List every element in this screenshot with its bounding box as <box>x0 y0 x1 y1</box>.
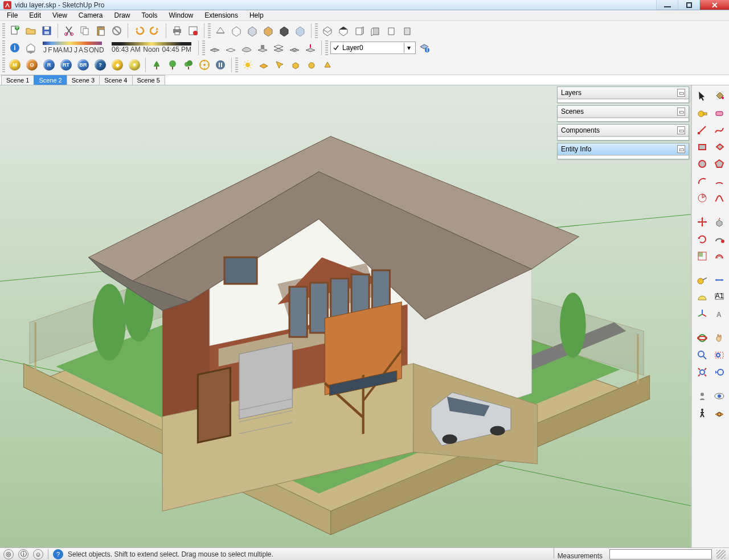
zoom-tool[interactable] <box>694 347 710 363</box>
plugin-m-button[interactable]: M <box>7 57 22 72</box>
line-tool[interactable] <box>694 122 710 138</box>
menu-tools[interactable]: Tools <box>136 10 163 20</box>
sphere-plugin-button[interactable] <box>304 57 319 72</box>
style-mono-button[interactable] <box>277 23 292 38</box>
undo-button[interactable] <box>132 23 146 38</box>
front-view-button[interactable] <box>352 23 367 38</box>
menu-draw[interactable]: Draw <box>109 10 136 20</box>
paint-bucket-tool[interactable] <box>711 88 727 104</box>
select-tool[interactable] <box>694 88 710 104</box>
section-plane-tool[interactable] <box>711 405 727 421</box>
tree-plugin-3-button[interactable] <box>181 57 196 72</box>
resize-grip[interactable] <box>716 550 726 559</box>
menu-view[interactable]: View <box>47 10 73 20</box>
time-slider[interactable]: 06:43 AMNoon04:45 PM <box>112 42 191 53</box>
panel-layers[interactable]: Layers▭ <box>557 87 689 103</box>
circle-tool[interactable] <box>694 156 710 172</box>
sandbox-flip-button[interactable] <box>303 40 318 55</box>
maximize-button[interactable] <box>678 0 699 10</box>
shadow-info-button[interactable]: i <box>7 40 22 55</box>
plugin-rt-button[interactable]: RT <box>59 57 73 72</box>
sandbox-add-detail-button[interactable] <box>287 40 302 55</box>
move-tool[interactable] <box>694 214 710 230</box>
plugin-◆-button[interactable]: ◆ <box>110 57 125 72</box>
tape-measure-tool[interactable] <box>694 272 710 288</box>
delete-button[interactable] <box>109 23 124 38</box>
new-file-button[interactable]: + <box>7 23 22 38</box>
layer-manager-button[interactable]: i <box>417 40 432 55</box>
save-file-button[interactable] <box>39 23 54 38</box>
style-wireframe-button[interactable] <box>213 23 228 38</box>
text-tool[interactable]: A1 <box>711 289 727 305</box>
two-point-arc-tool[interactable] <box>711 173 727 189</box>
panel-components[interactable]: Components▭ <box>557 124 689 141</box>
position-camera-tool[interactable] <box>694 388 710 404</box>
top-view-button[interactable] <box>336 23 351 38</box>
rectangle-tool[interactable] <box>694 139 710 155</box>
help-icon[interactable]: ? <box>53 549 63 559</box>
dimension-tool[interactable] <box>711 272 727 288</box>
arc-tool[interactable] <box>694 173 710 189</box>
plugin-r-button[interactable]: R <box>42 57 56 72</box>
month-slider[interactable]: JFMAMJJASOND <box>43 42 104 54</box>
tree-plugin-2-button[interactable] <box>165 57 180 72</box>
pointer-plugin-button[interactable] <box>272 57 287 72</box>
tree-plugin-1-button[interactable] <box>149 57 164 72</box>
plugin-o-button[interactable]: O <box>24 57 39 72</box>
protractor-tool[interactable] <box>694 289 710 305</box>
sun-button[interactable] <box>240 57 255 72</box>
back-view-button[interactable] <box>384 23 399 38</box>
measure-tape-tool[interactable] <box>694 105 710 121</box>
shadow-toggle-button[interactable] <box>23 40 38 55</box>
pin-icon[interactable]: ▭ <box>677 108 685 116</box>
geo-icon[interactable]: ◎ <box>3 549 14 559</box>
credits-icon[interactable]: ⓘ <box>18 549 28 559</box>
target-plugin-button[interactable] <box>197 57 212 72</box>
sandbox-smoove-button[interactable] <box>239 40 254 55</box>
style-textured-button[interactable] <box>261 23 276 38</box>
iso-view-button[interactable] <box>320 23 335 38</box>
sandbox-scratch-button[interactable] <box>223 40 238 55</box>
style-hidden-button[interactable] <box>229 23 244 38</box>
box-plugin-button[interactable] <box>288 57 303 72</box>
polygon-tool[interactable] <box>711 156 727 172</box>
pan-tool[interactable] <box>711 330 727 346</box>
3d-text-tool[interactable]: A <box>711 306 727 322</box>
walk-tool[interactable] <box>694 405 710 421</box>
menu-edit[interactable]: Edit <box>23 10 47 20</box>
plugin-☀-button[interactable]: ☀ <box>127 57 142 72</box>
left-view-button[interactable] <box>400 23 415 38</box>
menu-camera[interactable]: Camera <box>73 10 109 20</box>
cone-plugin-button[interactable] <box>320 57 335 72</box>
rotate-tool[interactable] <box>694 231 710 247</box>
axes-tool[interactable] <box>694 306 710 322</box>
copy-button[interactable] <box>77 23 92 38</box>
plugin-br-button[interactable]: BR <box>76 57 91 72</box>
close-button[interactable]: ✕ <box>699 0 729 10</box>
scale-tool[interactable] <box>694 248 710 264</box>
freehand-tool[interactable] <box>711 122 727 138</box>
menu-window[interactable]: Window <box>163 10 199 20</box>
menu-help[interactable]: Help <box>244 10 269 20</box>
open-file-button[interactable] <box>23 23 38 38</box>
layer-plane-button[interactable] <box>256 57 271 72</box>
follow-me-tool[interactable] <box>711 231 727 247</box>
menu-file[interactable]: File <box>1 10 23 20</box>
measurements-input[interactable] <box>609 549 712 559</box>
curve-tool[interactable] <box>711 190 727 206</box>
scene-tab-2[interactable]: Scene 2 <box>34 75 67 85</box>
minimize-button[interactable] <box>656 0 678 10</box>
scene-tab-4[interactable]: Scene 4 <box>99 75 132 85</box>
panel-entity-info[interactable]: Entity Info▭ <box>557 143 689 159</box>
right-view-button[interactable] <box>368 23 383 38</box>
style-xray-button[interactable] <box>293 23 308 38</box>
model-info-button[interactable] <box>186 23 200 38</box>
previous-view-tool[interactable] <box>711 364 727 380</box>
panel-scenes[interactable]: Scenes▭ <box>557 105 689 122</box>
plugin-?-button[interactable]: ? <box>93 57 108 72</box>
pin-icon[interactable]: ▭ <box>677 145 685 153</box>
sandbox-mesh-button[interactable] <box>207 40 222 55</box>
scene-tab-5[interactable]: Scene 5 <box>132 75 165 85</box>
rotated-rectangle-tool[interactable] <box>711 139 727 155</box>
cut-button[interactable] <box>62 23 76 38</box>
